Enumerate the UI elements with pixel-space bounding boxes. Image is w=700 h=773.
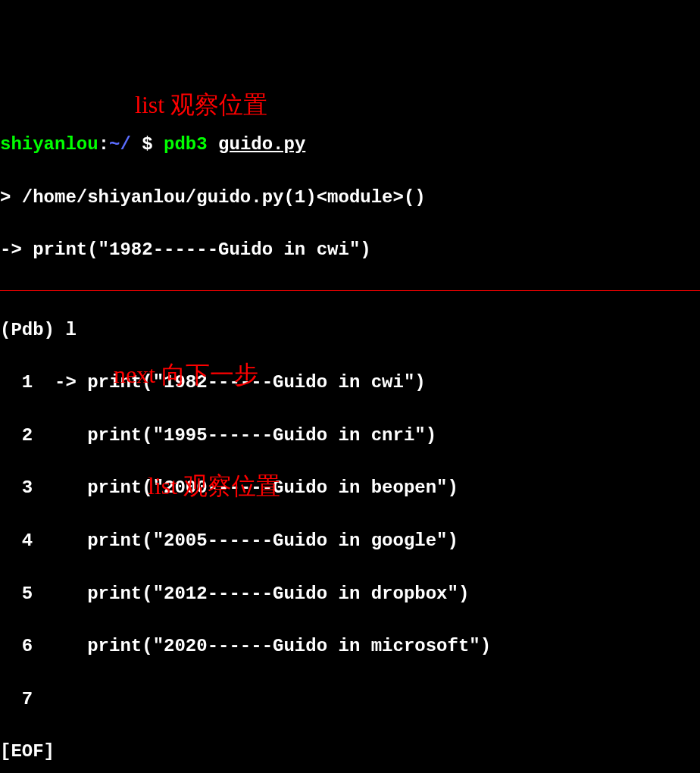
list-line-1-4: 4 print("2005------Guido in google") [0, 528, 700, 555]
list-line-1-6: 6 print("2020------Guido in microsoft") [0, 634, 700, 660]
pdb-location-1: > /home/shiyanlou/guido.py(1)<module>() [0, 185, 700, 211]
list-line-1-7: 7 [0, 687, 700, 713]
list-line-1-2: 2 print("1995------Guido in cnri") [0, 423, 700, 449]
separator-1 [0, 290, 700, 291]
pdb-input-list-1[interactable]: (Pdb) l [0, 318, 700, 344]
list-line-1-1: 1 -> print("1982------Guido in cwi") [0, 370, 700, 396]
pdb-current-line-1: -> print("1982------Guido in cwi") [0, 237, 700, 264]
command: pdb3 [164, 134, 218, 155]
prompt-sep: : [98, 134, 109, 155]
filename: guido.py [218, 134, 305, 155]
prompt-user: shiyanlou [0, 134, 98, 155]
terminal-output: shiyanlou:~/ $ pdb3 guido.py > /home/shi… [0, 105, 700, 773]
shell-prompt-line[interactable]: shiyanlou:~/ $ pdb3 guido.py [0, 132, 700, 158]
list-line-1-3: 3 print("2000------Guido in beopen") [0, 475, 700, 502]
list-line-1-5: 5 print("2012------Guido in dropbox") [0, 581, 700, 608]
prompt-path: ~/ [109, 134, 131, 155]
prompt-dollar: $ [131, 134, 164, 155]
eof-1: [EOF] [0, 739, 700, 765]
